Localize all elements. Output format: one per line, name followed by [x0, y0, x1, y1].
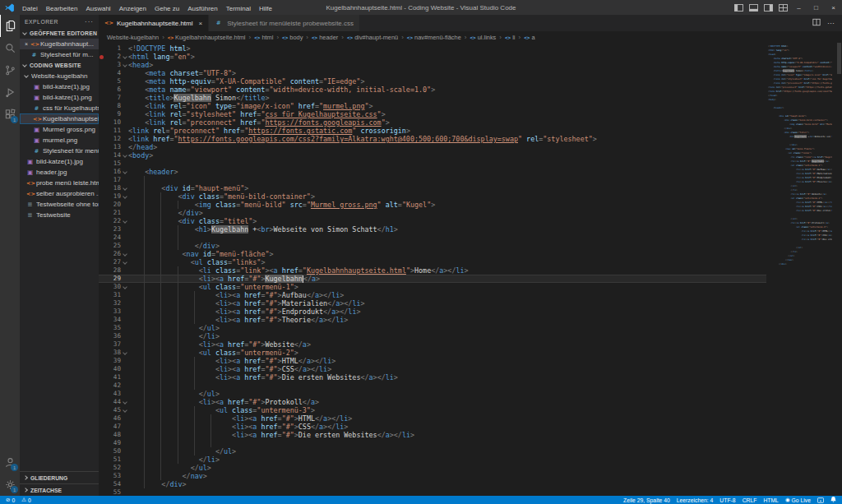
file-item[interactable]: <>selber ausprobieren ...	[20, 188, 99, 199]
code-line-30[interactable]: 30 <ul class="untermenü-1">	[99, 283, 766, 291]
code-line-22[interactable]: 22 <div class="titel">	[99, 217, 766, 225]
outline-section[interactable]: GLIEDERUNG	[20, 471, 99, 483]
code-line-26[interactable]: 26 <nav id="menü-fläche">	[99, 250, 766, 258]
file-item[interactable]: #Stylesheet für menül...	[20, 146, 99, 156]
file-item[interactable]: ▣bild-katze(1).jpg	[20, 81, 99, 92]
minimap[interactable]: <!DOCTYPE html><html lang="en"><head> <m…	[768, 44, 832, 270]
status-utf-8[interactable]: UTF-8	[719, 497, 735, 503]
code-line-15[interactable]: 15	[99, 160, 766, 168]
menu-auswahl[interactable]: Auswahl	[81, 5, 114, 12]
breadcrumb-item[interactable]: <>div#haupt-menü	[347, 34, 398, 41]
menu-datei[interactable]: Datei	[18, 5, 42, 12]
code-line-11[interactable]: 11<link rel="preconnect" href="https://f…	[99, 127, 766, 135]
tab-close-icon[interactable]: ×	[199, 20, 203, 27]
code-line-50[interactable]: 50 </ul>	[99, 447, 766, 455]
status-0[interactable]: ⚠0	[21, 497, 31, 503]
code-line-36[interactable]: 36 </li>	[99, 332, 766, 340]
file-item[interactable]: ▣bild-katze(1).png	[20, 92, 99, 103]
fold-chevron-icon[interactable]	[123, 169, 127, 174]
code-line-6[interactable]: 6 <meta name="viewport" content="width=d…	[99, 86, 766, 94]
code-line-33[interactable]: 33 <li><a href="#">Endprodukt</a></li>	[99, 307, 766, 316]
code-lines[interactable]: 1<!DOCTYPE html>2<html lang="en">3<head>…	[99, 44, 766, 496]
code-line-38[interactable]: 38 <ul class="untermenü-2">	[99, 349, 766, 357]
close-button[interactable]: ×	[825, 0, 842, 15]
code-line-8[interactable]: 8 <link rel="icon" type="image/x-icon" h…	[99, 102, 766, 110]
breadcrumb-item[interactable]: <>li	[505, 34, 516, 41]
status-0[interactable]: ⊘0	[6, 497, 15, 503]
code-line-29[interactable]: 29 <li><a href="#">Kugelbahn</a>	[99, 275, 766, 283]
open-editors-section[interactable]: GEÖFFNETE EDITOREN	[20, 28, 99, 39]
code-line-37[interactable]: 37 <li><a href="#">Website</a>	[99, 340, 766, 349]
code-line-51[interactable]: 51 </li>	[99, 455, 766, 464]
breadcrumb-item[interactable]: <>html	[254, 34, 273, 41]
code-line-45[interactable]: 45 <ul class="untermenü-3">	[99, 406, 766, 414]
toggle-secondary-sidebar-icon[interactable]	[761, 0, 775, 15]
split-editor-icon[interactable]	[812, 18, 821, 28]
status-zeile-29-spalte-40[interactable]: Zeile 29, Spalte 40	[623, 497, 670, 503]
breadcrumb-item[interactable]: <>body	[282, 34, 303, 41]
code-line-40[interactable]: 40 <li><a href="#">CSS</a></li>	[99, 365, 766, 373]
tab-Stylesheet für menüleiste probewebsite.css[interactable]: #Stylesheet für menüleiste probewebsite.…	[209, 15, 360, 31]
code-line-12[interactable]: 12<link href="https://fonts.googleapis.c…	[99, 135, 766, 143]
code-line-21[interactable]: 21 </div>	[99, 209, 766, 217]
search-icon[interactable]	[0, 37, 20, 59]
code-line-20[interactable]: 20 <img class="menü-bild" src="Murmel gr…	[99, 201, 766, 209]
code-line-9[interactable]: 9 <link rel="stylesheet" href="css für K…	[99, 110, 766, 118]
code-line-28[interactable]: 28 <li class="link"><a href="Kugelbahnha…	[99, 266, 766, 275]
breadcrumb-item[interactable]: <>Kugelbahnhauptseite.html	[168, 34, 246, 41]
folder-item[interactable]: Website-kugelbahn	[20, 71, 99, 81]
code-line-4[interactable]: 4 <meta charset="UTF-8">	[99, 69, 766, 77]
code-line-41[interactable]: 41 <li><a href="#">Die ersten Websites</…	[99, 373, 766, 381]
run-debug-icon[interactable]	[0, 81, 20, 104]
fold-chevron-icon[interactable]	[123, 284, 127, 289]
timeline-section[interactable]: ZEITACHSE	[20, 483, 99, 496]
code-line-44[interactable]: 44 <li><a href="#">Protokoll</a>	[99, 398, 766, 406]
fold-chevron-icon[interactable]	[123, 252, 127, 257]
status-go-live[interactable]: ◉Go Live	[785, 497, 811, 503]
source-control-icon[interactable]	[0, 59, 20, 81]
code-line-42[interactable]: 42	[99, 381, 766, 390]
code-line-1[interactable]: 1<!DOCTYPE html>	[99, 44, 766, 53]
code-line-3[interactable]: 3<head>	[99, 61, 766, 69]
extensions-icon[interactable]: 1	[0, 104, 20, 126]
code-line-35[interactable]: 35 </ul>	[99, 324, 766, 332]
file-item[interactable]: ≡Testwebsite	[20, 210, 99, 220]
code-line-52[interactable]: 52 </ul>	[99, 464, 766, 472]
editor-scrollbar[interactable]	[837, 43, 841, 74]
tab-Kugelbahnhauptseite.html[interactable]: <>Kugelbahnhauptseite.html×	[99, 15, 209, 31]
status-leerzeichen-4[interactable]: Leerzeichen: 4	[677, 497, 714, 503]
breadcrumb-item[interactable]: <>ul.links	[470, 34, 496, 41]
code-line-16[interactable]: 16 <header>	[99, 168, 766, 176]
breadcrumb-item[interactable]: <>a	[524, 34, 534, 41]
code-line-43[interactable]: 43 </ul>	[99, 390, 766, 398]
file-item[interactable]: ≡Testwebseite ohne tor...	[20, 199, 99, 210]
status-bell[interactable]	[830, 497, 836, 503]
menu-terminal[interactable]: Terminal	[222, 5, 255, 12]
menu-bearbeiten[interactable]: Bearbeiten	[42, 5, 82, 12]
status-html[interactable]: HTML	[763, 497, 779, 503]
toggle-panel-icon[interactable]	[746, 0, 761, 15]
code-line-32[interactable]: 32 <li><a href="#">Materialien</a></li>	[99, 299, 766, 307]
code-line-5[interactable]: 5 <meta http-equiv="X-UA-Compatible" con…	[99, 77, 766, 86]
fold-chevron-icon[interactable]	[123, 186, 127, 191]
file-item[interactable]: <>probe menü leiste.html	[20, 178, 99, 188]
menu-anzeigen[interactable]: Anzeigen	[115, 5, 150, 12]
menu-gehe-zu[interactable]: Gehe zu	[150, 5, 183, 12]
file-item[interactable]: <>Kugelbahnhauptseit...	[20, 113, 99, 124]
fold-chevron-icon[interactable]	[123, 194, 127, 199]
code-line-27[interactable]: 27 <ul class="links">	[99, 258, 766, 266]
code-line-2[interactable]: 2<html lang="en">	[99, 53, 766, 61]
code-line-54[interactable]: 54 </div>	[99, 480, 766, 488]
status-screencast[interactable]	[817, 497, 824, 503]
code-line-7[interactable]: 7 <title>Kugelbahn Simon</title>	[99, 94, 766, 102]
more-actions-icon[interactable]: ···	[827, 19, 835, 27]
code-line-19[interactable]: 19 <div class="menü-bild-container">	[99, 192, 766, 201]
workspace-section[interactable]: CODING WEBSITE	[20, 60, 99, 71]
file-item[interactable]: ▣bild-katze(1).jpg	[20, 156, 99, 167]
code-line-53[interactable]: 53 </nav>	[99, 472, 766, 480]
file-item[interactable]: ▣header.jpg	[20, 167, 99, 178]
status-crlf[interactable]: CRLF	[743, 497, 757, 503]
maximize-button[interactable]: □	[807, 0, 825, 15]
file-item[interactable]: ▣Murmel gross.png	[20, 124, 99, 135]
code-line-39[interactable]: 39 <li><a href="#">HTML</a></li>	[99, 357, 766, 365]
